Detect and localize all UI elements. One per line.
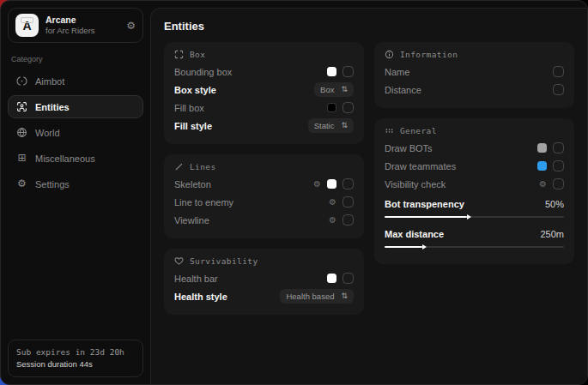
section-title: Box (190, 50, 205, 59)
section-title: Survivability (190, 256, 258, 266)
checkbox[interactable] (342, 178, 354, 189)
setting-row-bot-transparency: Bot transpenency 50% (385, 195, 564, 213)
app-logo-letter: A (22, 19, 31, 33)
lines-card: Lines Skeleton ⚙ Line to enemy ⚙ Vi (164, 154, 364, 238)
checkbox[interactable] (553, 142, 564, 153)
section-title: Lines (190, 162, 216, 171)
checkbox[interactable] (342, 273, 354, 284)
color-swatch[interactable] (537, 143, 547, 153)
checkbox[interactable] (553, 84, 564, 95)
session-duration: Session duration 44s (16, 358, 135, 370)
setting-row-max-distance: Max distance 250m (385, 225, 564, 243)
health-style-dropdown[interactable]: Health based ⇅ (280, 289, 354, 304)
checkbox[interactable] (342, 66, 354, 77)
survivability-card: Survivability Health bar Health style He… (164, 249, 364, 315)
general-card-header: General (385, 126, 564, 135)
left-column: Box Bounding box Box style Box ⇅ (164, 42, 364, 315)
setting-label: Health bar (174, 274, 327, 284)
section-title: General (400, 126, 437, 135)
color-swatch[interactable] (327, 274, 336, 283)
box-style-dropdown[interactable]: Box ⇅ (314, 82, 354, 97)
gear-icon: ⚙ (16, 178, 27, 189)
dropdown-value: Health based (286, 292, 334, 301)
app-logo: A (15, 14, 39, 37)
setting-label: Health style (174, 292, 280, 302)
setting-label: Bot transpenency (385, 199, 545, 209)
sidebar-item-aimbot[interactable]: Aimbot (8, 69, 143, 93)
information-card: Information Name Distance (374, 42, 574, 108)
corner-brackets-icon (174, 50, 184, 59)
sidebar-item-miscellaneous[interactable]: ⊞ Miscellaneous (8, 147, 143, 170)
bot-transparency-slider[interactable] (385, 216, 564, 218)
box-card-header: Box (174, 50, 354, 59)
grid-icon: ⊞ (16, 153, 27, 164)
setting-row-fill-style: Fill style Static ⇅ (174, 117, 354, 135)
app-subtitle: for Arc Riders (45, 26, 119, 36)
setting-row-draw-teammates: Draw teammates (385, 157, 564, 175)
color-swatch[interactable] (327, 67, 336, 76)
diagonal-line-icon (174, 162, 184, 171)
setting-label: Bounding box (174, 67, 327, 77)
checkbox[interactable] (342, 214, 354, 226)
lines-card-header: Lines (174, 162, 354, 171)
globe-icon (16, 127, 27, 138)
slider-value: 50% (545, 199, 564, 209)
main-panel: Entities Box Bounding box (150, 8, 587, 384)
setting-label: Viewline (174, 215, 329, 226)
setting-label: Draw BOTs (385, 143, 537, 153)
crosshair-icon (16, 75, 27, 87)
subscription-card: Sub expires in 23d 20h Session duration … (8, 340, 143, 378)
slider-value: 250m (540, 229, 564, 239)
settings-gear-icon[interactable]: ⚙ (126, 21, 136, 31)
fill-style-dropdown[interactable]: Static ⇅ (308, 118, 354, 133)
sidebar-item-world[interactable]: World (8, 121, 143, 144)
gear-icon[interactable]: ⚙ (329, 216, 336, 225)
chevron-updown-icon: ⇅ (341, 122, 348, 129)
heart-icon (174, 256, 184, 266)
app-name: Arcane (45, 15, 119, 26)
setting-label: Visibility check (385, 179, 539, 189)
checkbox[interactable] (342, 102, 354, 113)
setting-label: Name (385, 67, 553, 77)
setting-label: Fill style (174, 121, 308, 131)
setting-row-draw-bots: Draw BOTs (385, 139, 564, 157)
setting-row-viewline: Viewline ⚙ (174, 211, 354, 229)
dropdown-value: Static (314, 121, 335, 130)
checkbox[interactable] (553, 178, 564, 189)
checkbox[interactable] (553, 66, 564, 77)
color-swatch[interactable] (327, 179, 336, 189)
checkbox[interactable] (553, 160, 564, 171)
setting-row-visibility-check: Visibility check ⚙ (385, 175, 564, 193)
gear-icon[interactable]: ⚙ (313, 180, 321, 189)
max-distance-slider[interactable] (385, 246, 564, 248)
dots-grid-icon (385, 126, 394, 135)
slider-fill[interactable] (385, 246, 422, 248)
arcane-menu-window: A Arcane for Arc Riders ⚙ Category Aimbo… (0, 0, 588, 385)
setting-row-fill-box: Fill box (174, 99, 354, 117)
right-column: Information Name Distance (374, 42, 574, 264)
color-swatch[interactable] (327, 103, 336, 112)
setting-row-health-bar: Health bar (174, 269, 354, 287)
sidebar-item-label: Settings (35, 179, 70, 189)
checkbox[interactable] (342, 196, 354, 208)
info-icon (385, 50, 394, 59)
gear-icon[interactable]: ⚙ (329, 198, 336, 207)
sidebar-item-settings[interactable]: ⚙ Settings (8, 172, 143, 196)
section-title: Information (400, 50, 458, 59)
sidebar-item-entities[interactable]: Entities (8, 95, 143, 118)
brand-text: Arcane for Arc Riders (45, 15, 119, 36)
slider-fill[interactable] (385, 216, 467, 218)
setting-label: Max distance (385, 229, 540, 239)
setting-row-skeleton: Skeleton ⚙ (174, 175, 354, 193)
subscription-expiry: Sub expires in 23d 20h (16, 346, 135, 358)
setting-label: Box style (174, 85, 314, 95)
setting-row-box-style: Box style Box ⇅ (174, 81, 354, 99)
setting-label: Fill box (174, 103, 327, 113)
setting-row-distance: Distance (385, 81, 564, 99)
gear-icon[interactable]: ⚙ (539, 180, 547, 189)
color-swatch[interactable] (537, 161, 547, 171)
general-card: General Draw BOTs Draw teammates Visibil… (374, 118, 574, 264)
setting-row-health-style: Health style Health based ⇅ (174, 287, 354, 305)
settings-columns: Box Bounding box Box style Box ⇅ (151, 39, 587, 318)
setting-label: Distance (385, 85, 553, 95)
